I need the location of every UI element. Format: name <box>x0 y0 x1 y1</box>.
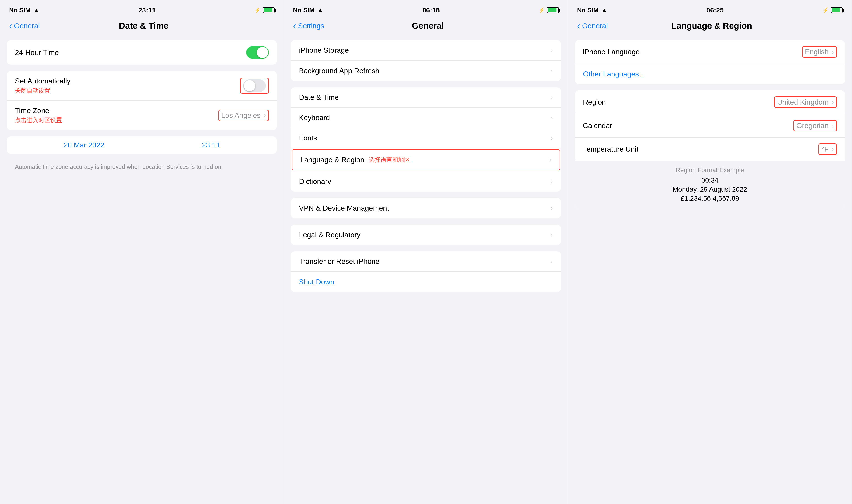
label-background-refresh: Background App Refresh <box>299 67 379 75</box>
calendar-value-wrapper[interactable]: Gregorian › <box>793 120 837 131</box>
row-legal[interactable]: Legal & Regulatory › <box>291 224 561 245</box>
page-title-1: Date & Time <box>119 21 168 31</box>
back-chevron-2: ‹ <box>293 20 296 31</box>
row-keyboard[interactable]: Keyboard › <box>291 108 561 128</box>
content-1: 24-Hour Time Set Automatically 关闭自动设置 <box>0 36 284 504</box>
language-region-hint: 选择语言和地区 <box>369 156 410 164</box>
status-carrier-2: No SIM ▲ <box>293 6 324 14</box>
status-carrier-1: No SIM ▲ <box>9 6 40 14</box>
status-battery-2: ⚡ <box>539 7 559 13</box>
row-other-languages[interactable]: Other Languages... <box>575 64 845 84</box>
calendar-value: Gregorian <box>796 122 829 130</box>
iphone-language-value: English <box>805 48 829 56</box>
chevron-date-time: › <box>551 94 553 101</box>
back-button-3[interactable]: ‹ General <box>577 20 608 31</box>
battery-icon-1 <box>263 7 275 13</box>
card-datetime-display: 20 Mar 2022 23:11 <box>7 137 277 154</box>
row-date-time[interactable]: Date & Time › <box>291 87 561 108</box>
row-dictionary[interactable]: Dictionary › <box>291 171 561 192</box>
card-reset-group: Transfer or Reset iPhone › Shut Down <box>291 251 561 292</box>
toggle-thumb-24hour <box>257 47 268 58</box>
format-example-title: Region Format Example <box>583 166 837 174</box>
status-bar-2: No SIM ▲ 06:18 ⚡ <box>284 0 568 18</box>
region-value-wrapper[interactable]: United Kingdom › <box>774 96 837 108</box>
timezone-value-wrapper[interactable]: Los Angeles › <box>218 110 269 121</box>
row-shut-down[interactable]: Shut Down <box>291 272 561 292</box>
row-language-region[interactable]: Language & Region 选择语言和地区 › <box>292 149 560 170</box>
charging-icon-3: ⚡ <box>822 7 829 13</box>
label-calendar: Calendar <box>583 122 612 130</box>
region-format-example: Region Format Example 00:34 Monday, 29 A… <box>575 161 845 209</box>
row-24hour: 24-Hour Time <box>7 40 277 65</box>
chevron-transfer-reset: › <box>551 258 553 265</box>
label-iphone-language: iPhone Language <box>583 48 640 56</box>
calendar-chevron: › <box>832 122 834 129</box>
row-vpn[interactable]: VPN & Device Management › <box>291 198 561 218</box>
status-time-3: 06:25 <box>706 6 724 14</box>
wifi-icon-2: ▲ <box>317 6 324 14</box>
format-time: 00:34 <box>583 177 837 184</box>
card-language: iPhone Language English › Other Language… <box>575 40 845 84</box>
status-battery-3: ⚡ <box>822 7 843 13</box>
row-iphone-storage[interactable]: iPhone Storage › <box>291 40 561 61</box>
card-set-auto: Set Automatically 关闭自动设置 Time Zone 点击进入时… <box>7 71 277 130</box>
row-background-refresh[interactable]: Background App Refresh › <box>291 61 561 81</box>
card-settings-group: Date & Time › Keyboard › Fonts › Languag… <box>291 87 561 192</box>
row-fonts[interactable]: Fonts › <box>291 128 561 148</box>
format-numbers: £1,234.56 4,567.89 <box>583 195 837 202</box>
back-chevron-3: ‹ <box>577 20 580 31</box>
chevron-keyboard: › <box>551 114 553 122</box>
date-display: 20 Mar 2022 <box>64 141 105 149</box>
wifi-icon-1: ▲ <box>33 6 40 14</box>
toggle-set-auto[interactable] <box>243 79 266 92</box>
back-button-2[interactable]: ‹ Settings <box>293 20 324 31</box>
region-chevron: › <box>832 98 834 106</box>
status-bar-3: No SIM ▲ 06:25 ⚡ <box>568 0 852 18</box>
card-region-group: Region United Kingdom › Calendar Gregori… <box>575 90 845 209</box>
label-other-languages[interactable]: Other Languages... <box>583 70 645 78</box>
label-temp-unit: Temperature Unit <box>583 145 638 154</box>
chevron-iphone-storage: › <box>551 47 553 54</box>
row-temp-unit[interactable]: Temperature Unit °F › <box>575 138 845 161</box>
row-region[interactable]: Region United Kingdom › <box>575 90 845 114</box>
charging-icon-1: ⚡ <box>255 7 260 13</box>
chevron-fonts: › <box>551 134 553 142</box>
row-calendar[interactable]: Calendar Gregorian › <box>575 114 845 138</box>
battery-icon-2 <box>547 7 559 13</box>
label-keyboard: Keyboard <box>299 113 330 122</box>
row-timezone[interactable]: Time Zone 点击进入时区设置 Los Angeles › <box>7 101 277 130</box>
page-title-3: Language & Region <box>671 21 752 31</box>
status-bar-1: No SIM ▲ 23:11 ⚡ <box>0 0 284 18</box>
status-carrier-3: No SIM ▲ <box>577 6 608 14</box>
row-set-auto: Set Automatically 关闭自动设置 <box>7 71 277 101</box>
back-chevron-1: ‹ <box>9 20 12 31</box>
label-iphone-storage: iPhone Storage <box>299 46 349 55</box>
label-timezone: Time Zone <box>15 107 62 115</box>
chevron-language-region: › <box>549 156 551 164</box>
nav-bar-2: ‹ Settings General <box>284 18 568 36</box>
timezone-chevron: › <box>264 112 266 119</box>
label-transfer-reset: Transfer or Reset iPhone <box>299 257 379 266</box>
label-vpn: VPN & Device Management <box>299 204 389 212</box>
charging-icon-2: ⚡ <box>539 7 545 13</box>
toggle-set-auto-wrapper <box>240 78 269 94</box>
label-date-time: Date & Time <box>299 93 339 102</box>
toggle-24hour[interactable] <box>246 46 269 59</box>
nav-bar-3: ‹ General Language & Region <box>568 18 852 36</box>
label-shut-down[interactable]: Shut Down <box>299 278 334 286</box>
label-fonts: Fonts <box>299 134 317 142</box>
chevron-vpn: › <box>551 204 553 212</box>
card-24hour: 24-Hour Time <box>7 40 277 65</box>
label-region: Region <box>583 98 606 106</box>
status-time-1: 23:11 <box>139 6 156 14</box>
temp-value-wrapper[interactable]: °F › <box>818 143 837 155</box>
chevron-legal: › <box>551 231 553 238</box>
iphone-lang-value-wrapper[interactable]: English › <box>802 46 837 58</box>
chevron-background-refresh: › <box>551 67 553 74</box>
row-transfer-reset[interactable]: Transfer or Reset iPhone › <box>291 251 561 272</box>
iphone-language-chevron: › <box>832 49 834 56</box>
back-button-1[interactable]: ‹ General <box>9 20 40 31</box>
screen-date-time: No SIM ▲ 23:11 ⚡ ‹ General Date & Time 2… <box>0 0 284 504</box>
row-iphone-language[interactable]: iPhone Language English › <box>575 40 845 64</box>
chevron-dictionary: › <box>551 178 553 185</box>
